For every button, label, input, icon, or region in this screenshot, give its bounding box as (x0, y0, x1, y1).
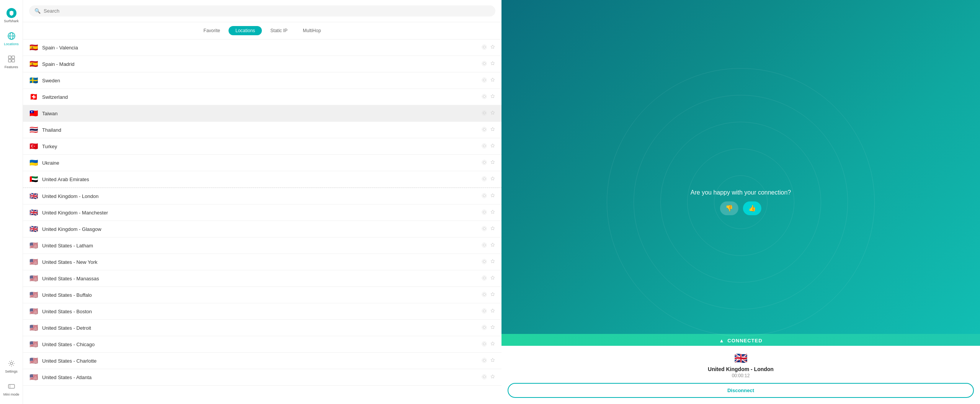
svg-point-39 (483, 277, 485, 279)
ping-icon[interactable] (482, 242, 487, 249)
favorite-icon[interactable] (490, 259, 495, 265)
svg-point-21 (483, 128, 485, 131)
favorite-icon[interactable] (490, 325, 495, 331)
svg-point-26 (482, 160, 487, 165)
thumbs-up-button[interactable]: 👍 (743, 201, 761, 215)
flag-icon: 🇬🇧 (29, 192, 38, 200)
favorite-icon[interactable] (490, 193, 495, 200)
ping-icon[interactable] (482, 110, 487, 117)
favorite-icon[interactable] (490, 160, 495, 166)
svg-rect-5 (12, 56, 15, 59)
ping-icon[interactable] (482, 61, 487, 67)
list-item[interactable]: 🇺🇸United States - Detroit (23, 320, 501, 336)
list-item[interactable]: 🇺🇸United States - Atlanta (23, 369, 501, 386)
list-item[interactable]: 🇨🇭Switzerland (23, 89, 501, 105)
favorite-icon[interactable] (490, 209, 495, 216)
ping-icon[interactable] (482, 292, 487, 298)
svg-point-35 (483, 244, 485, 246)
ping-icon[interactable] (482, 44, 487, 51)
ping-icon[interactable] (482, 325, 487, 331)
list-item[interactable]: 🇪🇸Spain - Madrid (23, 56, 501, 72)
svg-point-47 (483, 343, 485, 345)
ping-icon[interactable] (482, 358, 487, 364)
list-item[interactable]: 🇬🇧United Kingdom - London (23, 188, 501, 204)
favorite-icon[interactable] (490, 61, 495, 67)
ping-icon[interactable] (482, 259, 487, 265)
location-actions (482, 77, 495, 84)
favorite-icon[interactable] (490, 110, 495, 117)
ping-icon[interactable] (482, 176, 487, 183)
list-item[interactable]: 🇺🇸United States - Chicago (23, 336, 501, 353)
list-item[interactable]: 🇺🇸United States - Boston (23, 303, 501, 320)
ping-icon[interactable] (482, 94, 487, 100)
connected-time: 00:00:12 (508, 373, 974, 378)
thumbs-down-button[interactable]: 👎 (720, 201, 738, 215)
list-item[interactable]: 🇺🇸United States - Buffalo (23, 287, 501, 303)
ping-icon[interactable] (482, 275, 487, 282)
favorite-icon[interactable] (490, 308, 495, 315)
ping-icon[interactable] (482, 160, 487, 166)
list-item[interactable]: 🇺🇸United States - New York (23, 254, 501, 270)
ping-icon[interactable] (482, 143, 487, 150)
tab-locations[interactable]: Locations (229, 26, 262, 35)
list-item[interactable]: 🇸🇪Sweden (23, 72, 501, 89)
sidebar-item-features[interactable]: Features (0, 50, 23, 73)
svg-point-46 (482, 325, 487, 330)
ping-icon[interactable] (482, 308, 487, 315)
ping-icon[interactable] (482, 374, 487, 381)
favorite-icon[interactable] (490, 374, 495, 381)
list-item[interactable]: 🇺🇦Ukraine (23, 155, 501, 171)
list-item[interactable]: 🇪🇸Spain - Valencia (23, 39, 501, 56)
ping-icon[interactable] (482, 341, 487, 348)
favorite-icon[interactable] (490, 127, 495, 133)
flag-icon: 🇺🇦 (29, 159, 38, 167)
main-panel: 🔍 Favorite Locations Static IP MultiHop … (23, 0, 501, 404)
favorite-icon[interactable] (490, 358, 495, 364)
favorite-icon[interactable] (490, 143, 495, 150)
favorite-icon[interactable] (490, 242, 495, 249)
location-name: United States - Buffalo (42, 292, 482, 298)
list-item[interactable]: 🇹🇷Turkey (23, 138, 501, 155)
list-item[interactable]: 🇬🇧United Kingdom - Glasgow (23, 221, 501, 237)
sidebar-item-minimode[interactable]: Mini mode (0, 377, 23, 400)
favorite-icon[interactable] (490, 275, 495, 282)
ping-icon[interactable] (482, 209, 487, 216)
ping-icon[interactable] (482, 127, 487, 133)
sidebar-item-settings[interactable]: Settings (0, 354, 23, 377)
list-item[interactable]: 🇬🇧United Kingdom - Manchester (23, 204, 501, 221)
location-actions (482, 143, 495, 150)
list-item[interactable]: 🇺🇸United States - Charlotte (23, 353, 501, 369)
favorite-icon[interactable] (490, 341, 495, 348)
favorite-icon[interactable] (490, 44, 495, 51)
feedback-buttons: 👎 👍 (691, 201, 791, 215)
tab-static-ip[interactable]: Static IP (263, 26, 294, 35)
ping-icon[interactable] (482, 77, 487, 84)
location-name: Spain - Valencia (42, 45, 482, 51)
favorite-icon[interactable] (490, 77, 495, 84)
favorite-icon[interactable] (490, 176, 495, 183)
sidebar-item-locations[interactable]: Locations (0, 27, 23, 50)
location-name: United States - Atlanta (42, 375, 482, 380)
list-item[interactable]: 🇹🇼Taiwan (23, 105, 501, 122)
location-actions (482, 358, 495, 364)
list-item[interactable]: 🇦🇪United Arab Emirates (23, 171, 501, 188)
search-input[interactable] (44, 8, 490, 14)
tab-multihop[interactable]: MultiHop (296, 26, 328, 35)
svg-point-28 (482, 177, 487, 181)
favorite-icon[interactable] (490, 292, 495, 298)
location-name: Sweden (42, 78, 482, 83)
flag-icon: 🇨🇭 (29, 93, 38, 101)
ping-icon[interactable] (482, 193, 487, 200)
tab-favorite[interactable]: Favorite (197, 26, 227, 35)
svg-point-34 (482, 226, 487, 231)
disconnect-button[interactable]: Disconnect (508, 383, 974, 398)
sidebar-logo[interactable]: Surfshark (0, 4, 23, 27)
favorite-icon[interactable] (490, 94, 495, 100)
list-item[interactable]: 🇺🇸United States - Manassas (23, 270, 501, 287)
list-item[interactable]: 🇺🇸United States - Latham (23, 237, 501, 254)
favorite-icon[interactable] (490, 226, 495, 232)
list-item[interactable]: 🇹🇭Thailand (23, 122, 501, 138)
ping-icon[interactable] (482, 226, 487, 232)
sidebar-minimode-label: Mini mode (3, 393, 20, 396)
right-panel: Are you happy with your connection? 👎 👍 … (501, 0, 980, 404)
